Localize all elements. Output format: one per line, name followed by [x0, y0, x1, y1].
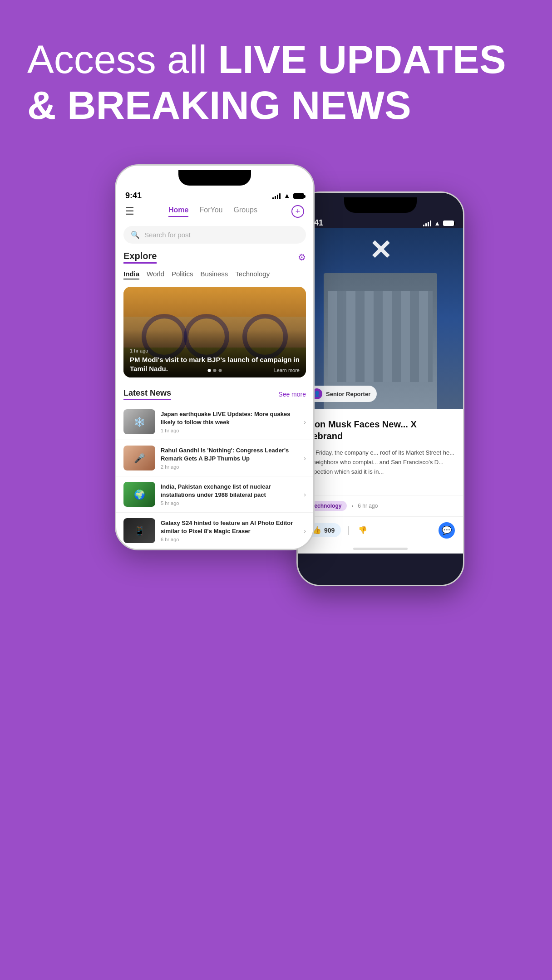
signal-bar-r4 [430, 220, 431, 226]
headline-bold-breaking: & BREAKING NEWS [27, 83, 411, 127]
add-button[interactable]: + [291, 205, 304, 218]
news-thumb-2: 🎤 [123, 446, 155, 470]
home-indicator [353, 548, 408, 550]
signal-bar-2 [275, 196, 276, 199]
signal-bar-3 [277, 195, 278, 199]
news-title-2: Rahul Gandhi Is 'Nothing': Congress Lead… [161, 446, 298, 462]
reporter-badge: 👤 Senior Reporter [305, 386, 377, 402]
news-time-3: 5 hr ago [161, 500, 298, 506]
news-item-1[interactable]: ❄️ Japan earthquake LIVE Updates: More q… [116, 404, 313, 440]
news-content-3: India, Pakistan exchange list of nuclear… [161, 483, 298, 506]
news-content-4: Galaxy S24 hinted to feature an AI Photo… [161, 519, 298, 542]
bottom-bar [298, 544, 463, 554]
news-title-1: Japan earthquake LIVE Updates: More quak… [161, 410, 298, 426]
category-tabs: India World Politics Business Technology [116, 266, 313, 283]
search-icon: 🔍 [131, 230, 140, 239]
explore-title: Explore [123, 251, 157, 264]
news-thumb-4: 📱 [123, 518, 155, 543]
menu-icon[interactable]: ☰ [125, 206, 134, 217]
category-world[interactable]: World [147, 270, 164, 279]
hero-dots [208, 369, 222, 372]
dot-2 [213, 369, 217, 372]
news-arrow-4: › [304, 527, 306, 534]
news-time-4: 6 hr ago [161, 537, 298, 542]
signal-bar-r3 [428, 222, 429, 226]
news-item-2[interactable]: 🎤 Rahul Gandhi Is 'Nothing': Congress Le… [116, 440, 313, 476]
like-count: 909 [324, 527, 335, 534]
article-image: ✕ ← 👤 Senior Reporter [298, 228, 463, 409]
headline-normal: Access all [27, 37, 218, 82]
status-icons-right: ▲ [423, 220, 454, 227]
search-placeholder: Search for post [144, 231, 191, 239]
comment-button[interactable]: 💬 [439, 522, 455, 539]
signal-icon [272, 193, 281, 199]
battery-icon-right [443, 220, 454, 226]
battery-icon [293, 193, 304, 199]
latest-news-header: Latest News See more [116, 381, 313, 404]
hero-time: 1 hr ago [130, 348, 300, 353]
status-bar-right: 9:41 ▲ [298, 213, 463, 228]
nav-tab-home[interactable]: Home [168, 206, 188, 217]
signal-bar-1 [272, 197, 274, 199]
news-thumb-3: 🌍 [123, 482, 155, 507]
article-time: 6 hr ago [358, 503, 378, 509]
nav-tab-foryou[interactable]: ForYou [199, 206, 222, 217]
phone-notch [178, 170, 251, 186]
action-bar: 👍 909 | 👎 💬 [298, 516, 463, 544]
dot-1 [208, 369, 211, 372]
news-time-1: 1 hr ago [161, 428, 298, 433]
article-title: Elon Musk Faces New... X Rebrand [306, 418, 455, 442]
divider: | [347, 525, 350, 535]
wifi-icon-right: ▲ [434, 220, 440, 227]
dislike-button[interactable]: 👎 [356, 524, 369, 536]
nav-bar: ☰ Home ForYou Groups + [116, 201, 313, 222]
nav-tab-groups[interactable]: Groups [233, 206, 257, 217]
article-body: On Friday, the company e... roof of its … [306, 448, 455, 476]
dot-separator: • [351, 503, 353, 509]
status-icons-left: ▲ [272, 192, 304, 200]
category-india[interactable]: India [123, 270, 139, 279]
article-footer: Technology • 6 hr ago [298, 495, 463, 516]
status-time-left: 9:41 [125, 191, 142, 201]
news-thumb-1: ❄️ [123, 409, 155, 434]
category-politics[interactable]: Politics [172, 270, 193, 279]
search-bar[interactable]: 🔍 Search for post [123, 226, 306, 244]
news-title-3: India, Pakistan exchange list of nuclear… [161, 483, 298, 499]
news-arrow-1: › [304, 418, 306, 426]
phone-right-notch [344, 197, 417, 213]
status-bar-left: 9:41 ▲ [116, 186, 313, 201]
signal-bar-4 [279, 193, 281, 199]
hero-card[interactable]: 1 hr ago PM Modi's visit to mark BJP's l… [123, 287, 306, 377]
phones-container: 9:41 ▲ ☰ Home ForYou [0, 146, 552, 622]
news-title-4: Galaxy S24 hinted to feature an AI Photo… [161, 519, 298, 535]
news-arrow-3: › [304, 491, 306, 498]
news-item-3[interactable]: 🌍 India, Pakistan exchange list of nucle… [116, 476, 313, 513]
article-content: Elon Musk Faces New... X Rebrand On Frid… [298, 409, 463, 495]
explore-header: Explore ⚙ [116, 247, 313, 266]
latest-news-title: Latest News [123, 388, 171, 400]
category-business[interactable]: Business [200, 270, 228, 279]
news-content-2: Rahul Gandhi Is 'Nothing': Congress Lead… [161, 446, 298, 470]
wifi-icon: ▲ [283, 192, 291, 200]
headline-area: Access all LIVE UPDATES & BREAKING NEWS [0, 0, 552, 146]
signal-icon-right [423, 220, 431, 226]
category-technology[interactable]: Technology [235, 270, 270, 279]
reporter-name: Senior Reporter [326, 391, 370, 397]
news-arrow-2: › [304, 455, 306, 462]
see-more-button[interactable]: See more [278, 391, 306, 398]
dot-3 [219, 369, 222, 372]
news-time-2: 2 hr ago [161, 464, 298, 470]
phone-right: 9:41 ▲ [296, 191, 464, 586]
news-item-4[interactable]: 📱 Galaxy S24 hinted to feature an AI Pho… [116, 513, 313, 549]
headline-bold-live: LIVE UPDATES [218, 37, 506, 82]
phone-left: 9:41 ▲ ☰ Home ForYou [115, 164, 315, 550]
signal-bar-r1 [423, 225, 424, 226]
hero-learn-more[interactable]: Learn more [274, 368, 300, 373]
nav-tabs: Home ForYou Groups [168, 206, 257, 217]
news-content-1: Japan earthquake LIVE Updates: More quak… [161, 410, 298, 433]
filter-icon[interactable]: ⚙ [298, 252, 306, 263]
signal-bar-r2 [425, 223, 427, 226]
